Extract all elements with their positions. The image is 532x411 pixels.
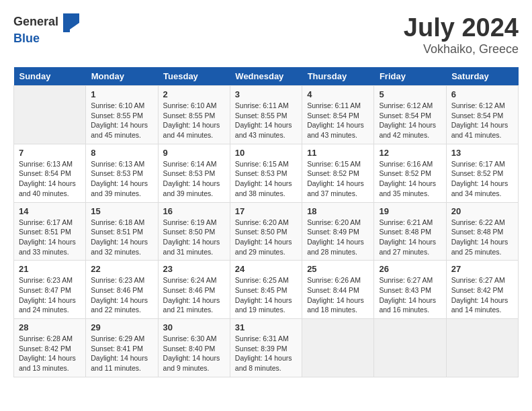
day-info: Sunrise: 6:19 AM Sunset: 8:50 PM Dayligh…: [163, 218, 225, 257]
day-info: Sunrise: 6:15 AM Sunset: 8:53 PM Dayligh…: [235, 159, 297, 199]
calendar-cell: 16 Sunrise: 6:19 AM Sunset: 8:50 PM Dayl…: [158, 202, 230, 261]
calendar-cell: 5 Sunrise: 6:12 AM Sunset: 8:54 PM Dayli…: [374, 86, 446, 144]
day-number: 6: [451, 89, 513, 99]
day-number: 14: [19, 206, 81, 216]
calendar-cell: 22 Sunrise: 6:23 AM Sunset: 8:46 PM Dayl…: [86, 261, 158, 319]
day-info: Sunrise: 6:13 AM Sunset: 8:54 PM Dayligh…: [19, 159, 81, 199]
day-info: Sunrise: 6:17 AM Sunset: 8:51 PM Dayligh…: [19, 218, 81, 257]
day-info: Sunrise: 6:13 AM Sunset: 8:53 PM Dayligh…: [91, 159, 152, 199]
calendar-week-row: 14 Sunrise: 6:17 AM Sunset: 8:51 PM Dayl…: [14, 202, 519, 261]
calendar-week-row: 1 Sunrise: 6:10 AM Sunset: 8:55 PM Dayli…: [14, 86, 519, 144]
calendar-cell: 29 Sunrise: 6:29 AM Sunset: 8:41 PM Dayl…: [86, 319, 158, 377]
day-info: Sunrise: 6:23 AM Sunset: 8:47 PM Dayligh…: [19, 275, 81, 315]
day-number: 16: [163, 206, 225, 216]
calendar-cell: 15 Sunrise: 6:18 AM Sunset: 8:51 PM Dayl…: [86, 202, 158, 261]
calendar-cell: 6 Sunrise: 6:12 AM Sunset: 8:54 PM Dayli…: [446, 86, 518, 144]
day-number: 9: [163, 148, 225, 158]
day-number: 4: [307, 89, 369, 99]
page-header: General Blue July 2024 Vokhaiko, Greece: [13, 13, 519, 56]
calendar-cell: 26 Sunrise: 6:27 AM Sunset: 8:43 PM Dayl…: [374, 261, 446, 319]
calendar-cell: 27 Sunrise: 6:27 AM Sunset: 8:42 PM Dayl…: [446, 261, 518, 319]
calendar-week-row: 21 Sunrise: 6:23 AM Sunset: 8:47 PM Dayl…: [14, 261, 519, 319]
calendar-cell: 10 Sunrise: 6:15 AM Sunset: 8:53 PM Dayl…: [230, 144, 302, 202]
calendar-week-row: 28 Sunrise: 6:28 AM Sunset: 8:42 PM Dayl…: [14, 319, 519, 377]
day-info: Sunrise: 6:14 AM Sunset: 8:53 PM Dayligh…: [163, 159, 225, 199]
title-block: July 2024 Vokhaiko, Greece: [404, 13, 519, 56]
calendar-table: SundayMondayTuesdayWednesdayThursdayFrid…: [13, 67, 519, 377]
logo-general: General: [13, 13, 81, 32]
day-number: 29: [91, 322, 152, 332]
day-number: 20: [451, 206, 513, 216]
calendar-cell: 24 Sunrise: 6:25 AM Sunset: 8:45 PM Dayl…: [230, 261, 302, 319]
weekday-header-row: SundayMondayTuesdayWednesdayThursdayFrid…: [14, 67, 519, 86]
calendar-cell: [14, 86, 86, 144]
day-number: 2: [163, 89, 225, 99]
day-info: Sunrise: 6:31 AM Sunset: 8:39 PM Dayligh…: [235, 334, 297, 373]
calendar-cell: 19 Sunrise: 6:21 AM Sunset: 8:48 PM Dayl…: [374, 202, 446, 261]
calendar-cell: 23 Sunrise: 6:24 AM Sunset: 8:46 PM Dayl…: [158, 261, 230, 319]
svg-marker-1: [63, 13, 70, 32]
weekday-header-thursday: Thursday: [302, 67, 374, 86]
day-number: 11: [307, 148, 369, 158]
calendar-cell: 3 Sunrise: 6:11 AM Sunset: 8:55 PM Dayli…: [230, 86, 302, 144]
day-number: 31: [235, 322, 297, 332]
day-number: 25: [307, 264, 369, 274]
day-info: Sunrise: 6:11 AM Sunset: 8:55 PM Dayligh…: [235, 101, 297, 140]
day-number: 3: [235, 89, 297, 99]
day-info: Sunrise: 6:27 AM Sunset: 8:43 PM Dayligh…: [379, 275, 441, 315]
weekday-header-friday: Friday: [374, 67, 446, 86]
day-number: 13: [451, 148, 513, 158]
calendar-cell: [446, 319, 518, 377]
calendar-cell: 12 Sunrise: 6:16 AM Sunset: 8:52 PM Dayl…: [374, 144, 446, 202]
weekday-header-tuesday: Tuesday: [158, 67, 230, 86]
calendar-cell: 21 Sunrise: 6:23 AM Sunset: 8:47 PM Dayl…: [14, 261, 86, 319]
day-number: 8: [91, 148, 152, 158]
calendar-cell: [374, 319, 446, 377]
day-info: Sunrise: 6:20 AM Sunset: 8:49 PM Dayligh…: [307, 218, 369, 257]
calendar-cell: 7 Sunrise: 6:13 AM Sunset: 8:54 PM Dayli…: [14, 144, 86, 202]
day-number: 21: [19, 264, 81, 274]
day-number: 18: [307, 206, 369, 216]
day-info: Sunrise: 6:17 AM Sunset: 8:52 PM Dayligh…: [451, 159, 513, 199]
calendar-cell: 14 Sunrise: 6:17 AM Sunset: 8:51 PM Dayl…: [14, 202, 86, 261]
calendar-week-row: 7 Sunrise: 6:13 AM Sunset: 8:54 PM Dayli…: [14, 144, 519, 202]
day-info: Sunrise: 6:11 AM Sunset: 8:54 PM Dayligh…: [307, 101, 369, 140]
calendar-cell: 11 Sunrise: 6:15 AM Sunset: 8:52 PM Dayl…: [302, 144, 374, 202]
day-info: Sunrise: 6:25 AM Sunset: 8:45 PM Dayligh…: [235, 275, 297, 315]
day-info: Sunrise: 6:22 AM Sunset: 8:48 PM Dayligh…: [451, 218, 513, 257]
day-number: 17: [235, 206, 297, 216]
calendar-subtitle: Vokhaiko, Greece: [404, 42, 519, 56]
day-info: Sunrise: 6:28 AM Sunset: 8:42 PM Dayligh…: [19, 334, 81, 373]
day-number: 5: [379, 89, 441, 99]
day-info: Sunrise: 6:24 AM Sunset: 8:46 PM Dayligh…: [163, 275, 225, 315]
calendar-cell: 9 Sunrise: 6:14 AM Sunset: 8:53 PM Dayli…: [158, 144, 230, 202]
calendar-cell: 17 Sunrise: 6:20 AM Sunset: 8:50 PM Dayl…: [230, 202, 302, 261]
calendar-cell: 4 Sunrise: 6:11 AM Sunset: 8:54 PM Dayli…: [302, 86, 374, 144]
day-info: Sunrise: 6:18 AM Sunset: 8:51 PM Dayligh…: [91, 218, 152, 257]
calendar-cell: [302, 319, 374, 377]
day-number: 27: [451, 264, 513, 274]
calendar-cell: 2 Sunrise: 6:10 AM Sunset: 8:55 PM Dayli…: [158, 86, 230, 144]
day-info: Sunrise: 6:30 AM Sunset: 8:40 PM Dayligh…: [163, 334, 225, 373]
day-info: Sunrise: 6:12 AM Sunset: 8:54 PM Dayligh…: [451, 101, 513, 140]
day-number: 15: [91, 206, 152, 216]
day-info: Sunrise: 6:15 AM Sunset: 8:52 PM Dayligh…: [307, 159, 369, 199]
day-number: 1: [91, 89, 152, 99]
day-info: Sunrise: 6:20 AM Sunset: 8:50 PM Dayligh…: [235, 218, 297, 257]
day-info: Sunrise: 6:10 AM Sunset: 8:55 PM Dayligh…: [163, 101, 225, 140]
logo: General Blue: [13, 13, 81, 46]
calendar-cell: 8 Sunrise: 6:13 AM Sunset: 8:53 PM Dayli…: [86, 144, 158, 202]
day-number: 28: [19, 322, 81, 332]
day-info: Sunrise: 6:29 AM Sunset: 8:41 PM Dayligh…: [91, 334, 152, 373]
logo-blue: Blue: [13, 32, 81, 46]
day-info: Sunrise: 6:27 AM Sunset: 8:42 PM Dayligh…: [451, 275, 513, 315]
day-info: Sunrise: 6:16 AM Sunset: 8:52 PM Dayligh…: [379, 159, 441, 199]
logo-arrow-icon: [63, 13, 79, 32]
day-info: Sunrise: 6:10 AM Sunset: 8:55 PM Dayligh…: [91, 101, 152, 140]
weekday-header-saturday: Saturday: [446, 67, 518, 86]
calendar-cell: 31 Sunrise: 6:31 AM Sunset: 8:39 PM Dayl…: [230, 319, 302, 377]
calendar-cell: 18 Sunrise: 6:20 AM Sunset: 8:49 PM Dayl…: [302, 202, 374, 261]
day-number: 12: [379, 148, 441, 158]
weekday-header-wednesday: Wednesday: [230, 67, 302, 86]
calendar-cell: 20 Sunrise: 6:22 AM Sunset: 8:48 PM Dayl…: [446, 202, 518, 261]
